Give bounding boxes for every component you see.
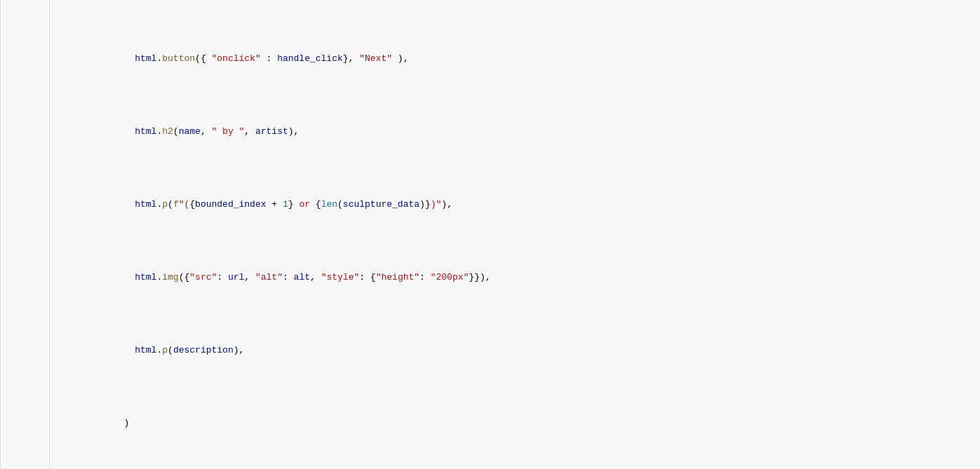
code-line-3: html.p(f"({bounded_index + 1} or {len(sc… (58, 184, 972, 227)
code-cell: html.button({ "onclick" : handle_click},… (0, 0, 980, 469)
code-cell-gutter (1, 0, 50, 469)
notebook-container: html.button({ "onclick" : handle_click},… (0, 0, 980, 469)
code-cell-content: html.button({ "onclick" : handle_click},… (50, 0, 980, 469)
code-block: html.button({ "onclick" : handle_click},… (58, 6, 972, 469)
code-line-6: ) (58, 402, 972, 446)
code-line-4: html.img({"src": url, "alt": alt, "style… (58, 257, 972, 300)
code-line-2: html.h2(name, " by ", artist), (58, 111, 972, 154)
code-line-5: html.p(description), (58, 329, 972, 373)
code-line-1: html.button({ "onclick" : handle_click},… (58, 38, 972, 81)
